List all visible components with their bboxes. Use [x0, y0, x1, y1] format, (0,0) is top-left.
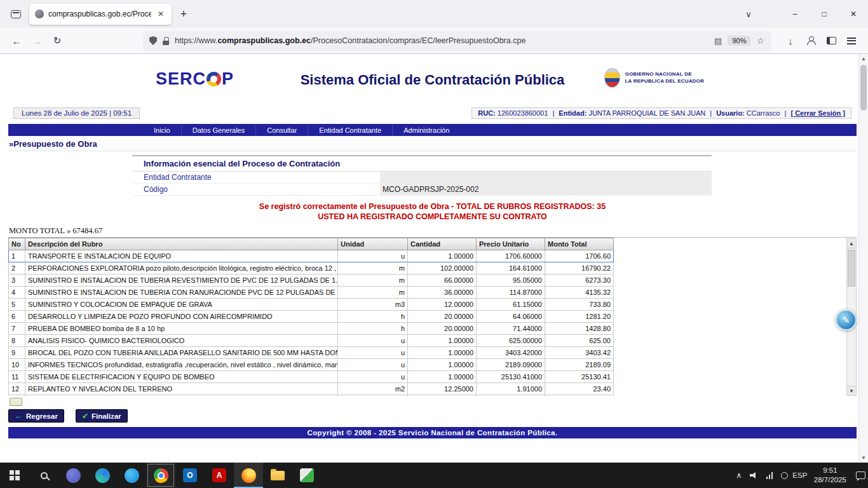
table-row[interactable]: 1TRANSPORTE E INSTALACION DE EQUIPOu1.00…	[9, 250, 614, 262]
taskbar-app-skype[interactable]	[117, 463, 146, 488]
menu-button[interactable]	[841, 31, 862, 50]
table-row[interactable]: 6DESARROLLO Y LIMPIEZA DE POZO PROFUNDO …	[9, 311, 614, 323]
nav-item-2[interactable]: Datos Generales	[181, 125, 256, 135]
window-close-button[interactable]: ✕	[839, 0, 868, 28]
taskbar-app-capture[interactable]	[292, 463, 322, 488]
hidden-icons-button[interactable]: ∧	[731, 463, 747, 488]
regresar-button[interactable]: ← Regresar	[8, 409, 64, 423]
action-center-button[interactable]	[853, 463, 868, 488]
language-indicator[interactable]: ESP	[792, 463, 808, 488]
taskbar-search-button[interactable]	[29, 463, 58, 488]
confirmation-message: Se registró correctamente el Presupuesto…	[8, 202, 857, 222]
cell: EXCAVACION A PULSO	[25, 395, 338, 396]
firefox-view-button[interactable]	[6, 4, 25, 24]
cell: 23.40	[545, 383, 614, 395]
tab-close-icon[interactable]: ✕	[156, 9, 166, 19]
table-scrollbar-thumb[interactable]	[848, 250, 855, 287]
back-button[interactable]: ←	[6, 31, 27, 50]
new-tab-button[interactable]: +	[174, 4, 193, 24]
taskbar-app-explorer[interactable]	[263, 463, 292, 488]
window-minimize-button[interactable]: –	[780, 0, 810, 28]
table-row[interactable]: 11SISTEMA DE ELECTRIFICACION Y EQUIPO DE…	[9, 371, 614, 383]
info-row-label: Código	[132, 184, 380, 195]
table-row[interactable]: 10INFORMES TECNICOS profundidad, estrati…	[9, 359, 614, 371]
finalizar-button[interactable]: ✔ Finalizar	[76, 409, 128, 423]
confirmation-message-line1: Se registró correctamente el Presupuesto…	[8, 202, 857, 212]
table-row[interactable]: 9BROCAL DEL POZO CON TUBERIA ANILLADA PA…	[9, 347, 614, 359]
lock-icon[interactable]	[163, 37, 169, 45]
cell: 1706.60	[545, 250, 614, 262]
column-header[interactable]: Unidad	[338, 238, 408, 250]
back-arrow-icon: ←	[15, 412, 23, 420]
table-row[interactable]: 12REPLANTEO Y NIVELACION DEL TERRENOm212…	[9, 383, 614, 395]
table-scroll-down-icon[interactable]: ▼	[847, 386, 856, 395]
cell: 16790.22	[545, 262, 614, 274]
cell: u	[338, 335, 408, 347]
taskbar-clock[interactable]: 9:51 28/7/2025	[808, 466, 853, 485]
table-scroll-up-icon[interactable]: ▲	[847, 239, 856, 248]
bookmark-star-icon[interactable]: ☆	[756, 36, 764, 46]
cell: 114.87000	[477, 287, 545, 299]
list-tabs-chevron-icon[interactable]: ∨	[738, 10, 759, 19]
edge-icon	[95, 468, 110, 483]
nav-item-4[interactable]: Entidad Contratante	[308, 125, 392, 135]
cell: 12.00000	[408, 299, 477, 311]
table-row[interactable]: 3SUMINISTRO E INSTALACION DE TUBERIA REV…	[9, 274, 614, 287]
cell: 20.00000	[408, 311, 477, 323]
downloads-button[interactable]: ↓	[780, 31, 801, 50]
taskbar-app-acrobat[interactable]: A	[205, 463, 234, 488]
page-scroll-down-icon[interactable]: ▼	[859, 453, 868, 463]
volume-button[interactable]	[747, 463, 762, 488]
column-header[interactable]: Descripción del Rubro	[25, 238, 338, 250]
start-button[interactable]	[0, 463, 29, 488]
grid-tool-icon[interactable]	[10, 398, 22, 406]
network-button[interactable]	[762, 463, 777, 488]
url-domain: compraspublicas.gob.ec	[217, 36, 311, 45]
table-row[interactable]: 4SUMINISTRO E INSTALACION DE TUBERIA CON…	[9, 287, 614, 299]
cell: 102.00000	[408, 262, 477, 274]
taskbar-app-edge[interactable]	[88, 463, 117, 488]
account-button[interactable]	[801, 31, 821, 50]
cell: m2	[338, 383, 408, 395]
status-row: Lunes 28 de Julio de 2025 | 09:51 RUC: 1…	[8, 106, 857, 120]
browser-tab[interactable]: compraspublicas.gob.ec/Proce ✕	[29, 4, 172, 25]
tray-app-button[interactable]	[777, 463, 792, 488]
cell: 25130.41000	[477, 371, 545, 383]
forward-button[interactable]: →	[27, 31, 47, 50]
page-scrollbar[interactable]: ▲ ▼	[858, 54, 868, 463]
column-header[interactable]: Precio Unitario	[477, 238, 545, 250]
reader-mode-icon[interactable]: ▤	[714, 36, 722, 46]
sidebar-button[interactable]	[821, 31, 841, 50]
column-header[interactable]: No	[9, 238, 25, 250]
page-viewport: SERC P Sistema Oficial de Contratación P…	[0, 54, 868, 463]
column-header[interactable]: Cantidad	[408, 238, 477, 250]
taskbar-app-outlook[interactable]: O	[175, 463, 205, 488]
floating-assistant-button[interactable]: ✎	[836, 309, 857, 330]
cell: 2189.09000	[477, 359, 545, 371]
tracking-protection-shield-icon[interactable]	[149, 36, 157, 45]
table-row[interactable]: 7PRUEBA DE BOMBEO bomba de 8 a 10 hph20.…	[9, 323, 614, 335]
table-row[interactable]: 5SUMINISTRO Y COLOCACION DE EMPAQUE DE G…	[9, 299, 614, 311]
page-scroll-up-icon[interactable]: ▲	[859, 54, 868, 64]
nav-item-3[interactable]: Consultar	[255, 125, 308, 135]
column-header[interactable]: Monto Total	[545, 238, 614, 250]
window-maximize-button[interactable]: □	[810, 0, 839, 28]
taskbar-app-chrome[interactable]	[146, 463, 175, 488]
nav-item-1[interactable]: Inicio	[143, 125, 181, 135]
cell: PRUEBA DE BOMBEO bomba de 8 a 10 hp	[25, 323, 338, 335]
taskbar-app-teams[interactable]	[58, 463, 88, 488]
taskbar-app-firefox[interactable]	[234, 463, 263, 488]
nav-item-5[interactable]: Administración	[392, 125, 460, 135]
url-bar[interactable]: https://www.compraspublicas.gob.ec/Proce…	[142, 31, 771, 51]
table-row[interactable]: 8ANALISIS FISICO- QUIMICO BACTERIOLOGICO…	[9, 335, 614, 347]
gov-line2: LA REPUBLICA DEL ECUADOR	[625, 78, 704, 84]
table-row[interactable]: 2PERFORACIONES EXPLORATORIA pozo piloto,…	[9, 262, 614, 274]
ruc-label: RUC:	[478, 109, 496, 117]
table-row[interactable]: 13EXCAVACION A PULSOm33.5000011.0600038.…	[9, 395, 614, 396]
logout-link[interactable]: [ Cerrar Sesión ]	[790, 109, 845, 117]
separator: |	[550, 109, 557, 117]
cell: 66.00000	[408, 274, 477, 287]
zoom-indicator[interactable]: 90%	[728, 36, 750, 46]
page-scrollbar-thumb[interactable]	[860, 65, 867, 111]
reload-button[interactable]: ↻	[47, 31, 67, 50]
